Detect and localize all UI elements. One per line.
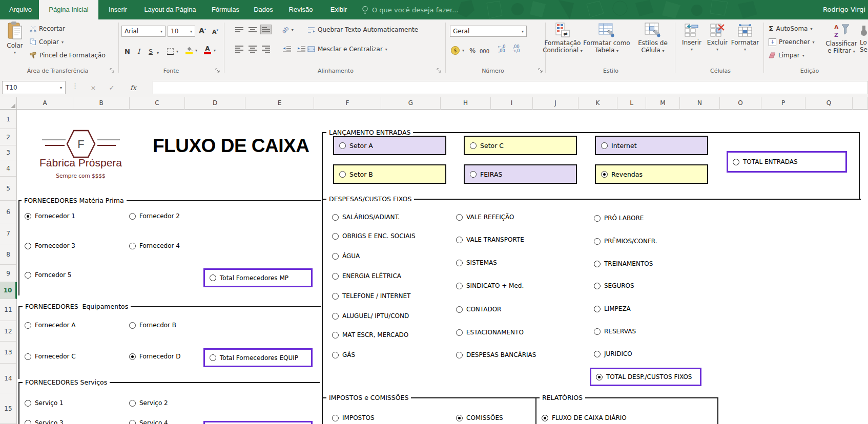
copy-button[interactable]: Copiar ▾ bbox=[30, 37, 64, 47]
total-entradas-box[interactable]: TOTAL ENTRADAS bbox=[727, 151, 847, 173]
tab-formulas[interactable]: Fórmulas bbox=[205, 0, 246, 19]
column-header-k[interactable]: K bbox=[578, 97, 617, 110]
radio-treinamentos[interactable]: TREINAMENTOS bbox=[594, 260, 653, 268]
tab-dados[interactable]: Dados bbox=[248, 0, 279, 19]
align-middle-button[interactable] bbox=[247, 25, 258, 34]
align-right-button[interactable] bbox=[260, 44, 272, 54]
row-header-7[interactable]: 7 bbox=[0, 223, 17, 244]
formula-bar-splitter[interactable]: ⋮ bbox=[72, 82, 78, 90]
radio-servico-4[interactable]: Serviço 4 bbox=[129, 419, 168, 424]
orientation-button[interactable]: ab ▾ bbox=[282, 25, 294, 35]
column-header-g[interactable]: G bbox=[381, 97, 441, 110]
radio-icon[interactable] bbox=[601, 171, 608, 178]
radio-fornecedor-1[interactable]: Fornecedor 1 bbox=[25, 212, 75, 220]
radio-salarios-adiant[interactable]: SALÁRIOS/ADIANT. bbox=[332, 213, 400, 221]
select-all-corner[interactable] bbox=[0, 97, 17, 110]
radio-fornecedor-5[interactable]: Forncedor 5 bbox=[25, 271, 71, 279]
radio-servico-3[interactable]: Serviço 3 bbox=[25, 419, 64, 424]
autosum-button[interactable]: Σ AutoSoma ▾ bbox=[769, 24, 812, 34]
radio-agua[interactable]: ÁGUA bbox=[332, 252, 360, 260]
clipboard-dialog-launcher[interactable] bbox=[110, 68, 115, 75]
row-header-2[interactable]: 2 bbox=[0, 129, 17, 145]
radio-vale-refeicao[interactable]: VALE REFEIÇÃO bbox=[456, 213, 514, 221]
clear-button[interactable]: Limpar ▾ bbox=[769, 50, 804, 60]
radio-icon[interactable] bbox=[470, 142, 477, 149]
radio-servico-1[interactable]: Serviço 1 bbox=[25, 399, 64, 407]
bold-button[interactable]: N bbox=[125, 46, 130, 56]
tab-inserir[interactable]: Inserir bbox=[100, 0, 135, 19]
radio-gas[interactable]: GÁS bbox=[332, 351, 355, 359]
row-header-5[interactable]: 5 bbox=[0, 177, 17, 201]
decrease-decimal-button[interactable]: ,00→,0 bbox=[512, 44, 520, 54]
fill-color-button[interactable]: ▾ bbox=[185, 45, 197, 55]
insert-function-button[interactable]: fx bbox=[127, 82, 139, 94]
radio-icon[interactable] bbox=[210, 354, 216, 361]
tab-revisao[interactable]: Revisão bbox=[281, 0, 321, 19]
radio-pro-labore[interactable]: PRÓ LABORE bbox=[594, 214, 644, 222]
radio-reservas[interactable]: RESERVAS bbox=[594, 327, 636, 335]
row-header-10-active[interactable]: 10 bbox=[0, 282, 17, 299]
radio-sindicato-med[interactable]: SINDICATO + Med. bbox=[456, 282, 524, 290]
formula-input[interactable] bbox=[153, 81, 868, 94]
row-header-8[interactable]: 8 bbox=[0, 244, 17, 265]
column-header-m[interactable]: M bbox=[646, 97, 680, 110]
row-header-1[interactable]: 1 bbox=[0, 110, 17, 129]
italic-button[interactable]: I bbox=[137, 46, 140, 56]
radio-juridico[interactable]: JURIDICO bbox=[594, 350, 632, 358]
radio-icon[interactable] bbox=[210, 274, 216, 281]
column-header-h[interactable]: H bbox=[441, 97, 491, 110]
radio-fornecedor-a[interactable]: Fornecedor A bbox=[25, 321, 75, 329]
underline-button[interactable]: S bbox=[149, 46, 153, 56]
tab-layout-da-pagina[interactable]: Layout da Página bbox=[137, 0, 203, 19]
radio-telefone-internet[interactable]: TELEFONE / INTERNET bbox=[332, 292, 410, 300]
account-name[interactable]: Rodrigo Virgi bbox=[823, 0, 868, 19]
radio-fornecedor-2[interactable]: Fornecedor 2 bbox=[129, 212, 180, 220]
column-header-partial[interactable] bbox=[853, 97, 868, 110]
paste-button[interactable]: Colar ▾ bbox=[3, 22, 27, 56]
radio-fornecedor-4[interactable]: Fornecedor 4 bbox=[129, 242, 180, 250]
align-left-button[interactable] bbox=[234, 44, 245, 54]
cell-styles-button[interactable]: Estilos de Célula ▾ bbox=[634, 23, 672, 55]
comma-style-button[interactable]: 000 bbox=[480, 46, 489, 56]
radio-premios-confr[interactable]: PRÊMIOS/CONFR. bbox=[594, 237, 657, 245]
font-size-select[interactable]: 10 ▾ bbox=[168, 26, 195, 37]
column-header-q[interactable]: Q bbox=[805, 97, 853, 110]
number-dialog-launcher[interactable] bbox=[538, 68, 543, 75]
radio-comissoes[interactable]: COMISSÕES bbox=[456, 414, 503, 422]
row-header-13[interactable]: 13 bbox=[0, 342, 17, 364]
font-color-button[interactable]: A ▾ bbox=[204, 45, 216, 55]
percent-style-button[interactable]: % bbox=[469, 45, 476, 55]
column-header-p[interactable]: P bbox=[761, 97, 805, 110]
radio-icon[interactable] bbox=[601, 142, 608, 149]
grow-font-button[interactable]: A▴ bbox=[199, 26, 206, 36]
decrease-indent-button[interactable] bbox=[283, 44, 291, 54]
underline-dropdown[interactable]: ▾ bbox=[157, 48, 159, 58]
radio-fornecedor-c[interactable]: Fornecedor C bbox=[25, 352, 76, 361]
radio-obrigs-enc-sociais[interactable]: OBRIGS E ENC. SOCIAIS bbox=[332, 232, 416, 240]
delete-cells-button[interactable]: Excluir ▾ bbox=[706, 24, 729, 53]
column-header-i[interactable]: I bbox=[491, 97, 533, 110]
radio-mat-escr-mercado[interactable]: MAT ESCR, MERCADO bbox=[332, 331, 408, 339]
radio-icon[interactable] bbox=[470, 171, 477, 178]
enter-button[interactable]: ✓ bbox=[106, 82, 118, 94]
radio-seguros[interactable]: SEGUROS bbox=[594, 282, 634, 290]
tab-arquivo[interactable]: Arquivo bbox=[2, 0, 39, 19]
radio-impostos[interactable]: IMPOSTOS bbox=[332, 414, 375, 422]
column-header-f[interactable]: F bbox=[314, 97, 381, 110]
radio-despesas-bancarias[interactable]: DESPESAS BANCÁRIAS bbox=[456, 351, 536, 359]
shrink-font-button[interactable]: A▾ bbox=[212, 27, 218, 37]
entry-box-setor-c[interactable]: Setor C bbox=[464, 136, 577, 155]
total-fornecedores-equip-box[interactable]: Total Fornecedores EQUIP bbox=[203, 348, 313, 367]
column-header-e[interactable]: E bbox=[245, 97, 314, 110]
row-header-15[interactable]: 15 bbox=[0, 393, 17, 424]
entry-box-feiras[interactable]: FEIRAS bbox=[464, 164, 577, 184]
row-header-4[interactable]: 4 bbox=[0, 160, 17, 177]
total-fornecedores-mp-box[interactable]: Total Fornecedores MP bbox=[203, 268, 313, 287]
radio-estacionamento[interactable]: ESTACIONAMENTO bbox=[456, 328, 524, 336]
row-header-11[interactable]: 11 bbox=[0, 299, 17, 321]
row-header-9[interactable]: 9 bbox=[0, 265, 17, 282]
radio-icon[interactable] bbox=[339, 171, 346, 178]
format-cells-button[interactable]: Formatar ▾ bbox=[730, 24, 760, 53]
increase-indent-button[interactable] bbox=[297, 44, 305, 54]
conditional-formatting-button[interactable]: ≠ Formatação Condicional ▾ bbox=[542, 23, 583, 55]
